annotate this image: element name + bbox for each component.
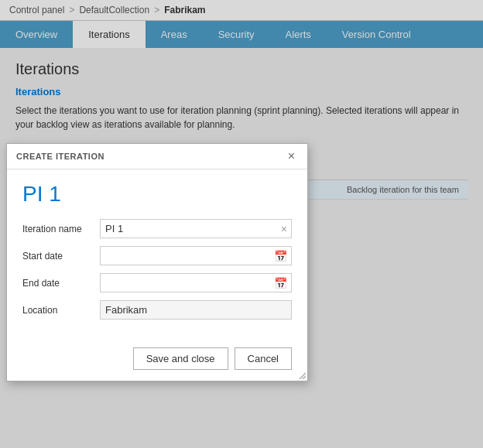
start-date-label: Start date: [22, 251, 100, 262]
start-date-input[interactable]: [100, 246, 292, 265]
resize-icon: [298, 371, 306, 379]
save-and-close-button[interactable]: Save and close: [133, 347, 228, 370]
dialog-title: CREATE ITERATION: [16, 152, 104, 161]
end-date-input-wrap: 📅: [100, 273, 292, 292]
start-date-input-wrap: 📅: [100, 246, 292, 265]
iteration-name-input-wrap: ×: [100, 219, 292, 238]
end-date-row: End date 📅: [22, 273, 292, 292]
location-input-wrap: [100, 300, 292, 320]
iteration-name-label: Iteration name: [22, 224, 100, 234]
modal-overlay: CREATE ITERATION × PI 1 Iteration name ×…: [0, 0, 483, 448]
iteration-name-clear-button[interactable]: ×: [281, 224, 287, 234]
end-date-calendar-icon[interactable]: 📅: [274, 277, 287, 289]
iteration-name-input[interactable]: [100, 219, 292, 238]
start-date-calendar-icon[interactable]: 📅: [274, 250, 287, 262]
dialog-body: PI 1 Iteration name × Start date 📅 End: [7, 169, 307, 340]
dialog-header: CREATE ITERATION ×: [7, 144, 307, 169]
end-date-input[interactable]: [100, 273, 292, 292]
start-date-row: Start date 📅: [22, 246, 292, 265]
create-iteration-dialog: CREATE ITERATION × PI 1 Iteration name ×…: [6, 143, 308, 381]
location-label: Location: [22, 305, 100, 316]
cancel-button[interactable]: Cancel: [235, 347, 292, 370]
svg-line-0: [300, 373, 306, 379]
dialog-close-button[interactable]: ×: [285, 150, 298, 162]
iteration-name-row: Iteration name ×: [22, 219, 292, 238]
end-date-label: End date: [22, 278, 100, 289]
location-input[interactable]: [100, 300, 292, 320]
location-row: Location: [22, 300, 292, 320]
svg-line-1: [303, 376, 306, 379]
dialog-footer: Save and close Cancel: [7, 340, 307, 381]
resize-handle[interactable]: [296, 370, 307, 381]
dialog-big-title: PI 1: [22, 182, 292, 207]
